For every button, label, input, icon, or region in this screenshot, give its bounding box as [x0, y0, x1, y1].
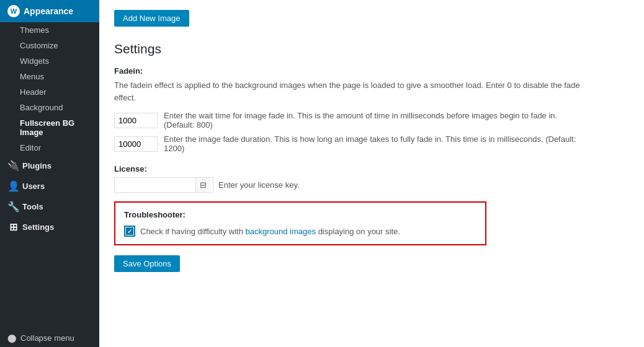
collapse-label: Collapse menu [20, 333, 74, 343]
sidebar-group-tools[interactable]: 🔧 Tools [0, 196, 99, 217]
settings-icon: ⊞ [7, 221, 19, 233]
fadein-wait-input[interactable] [114, 113, 158, 128]
troubleshooter-checkbox[interactable] [124, 226, 135, 237]
sidebar-group-tools-label: Tools [22, 202, 43, 211]
fadein-label: Fadein: [114, 66, 629, 76]
plugins-icon: 🔌 [7, 160, 19, 172]
sidebar-group-plugins-label: Plugins [22, 161, 51, 170]
license-label: License: [114, 164, 629, 174]
sidebar-header-label: Appearance [24, 6, 73, 16]
tools-icon: 🔧 [7, 201, 19, 213]
license-input-row: ⊟ Enter your license key. [114, 177, 629, 193]
fadein-wait-desc: Enter the wait time for image fade in. T… [164, 111, 586, 130]
sidebar-group-users-label: Users [22, 182, 45, 191]
sidebar-item-customize[interactable]: Customize [0, 38, 99, 53]
save-options-button[interactable]: Save Options [114, 255, 180, 272]
sidebar-item-editor[interactable]: Editor [0, 140, 99, 156]
fadein-duration-input[interactable] [114, 136, 158, 152]
checkbox-checkmark [126, 227, 133, 235]
sidebar-group-settings-label: Settings [22, 222, 54, 232]
fadein-duration-desc: Enter the image fade duration. This is h… [164, 134, 586, 153]
troubleshooter-title: Troubleshooter: [124, 210, 476, 219]
add-new-image-button[interactable]: Add New Image [114, 10, 189, 27]
main-content: Add New Image Settings Fadein: The fadei… [99, 0, 644, 347]
sidebar: W Appearance Themes Customize Widgets Me… [0, 0, 99, 347]
sidebar-item-themes[interactable]: Themes [0, 22, 99, 38]
wp-icon: W [7, 5, 20, 17]
license-section: License: ⊟ Enter your license key. [114, 164, 629, 193]
sidebar-group-plugins[interactable]: 🔌 Plugins [0, 156, 99, 176]
license-input-wrap: ⊟ [114, 177, 213, 193]
troubleshooter-check-text: Check if having difficulty with backgrou… [140, 227, 400, 236]
sidebar-item-background[interactable]: Background [0, 100, 99, 115]
fadein-input1-row: Enter the wait time for image fade in. T… [114, 111, 629, 130]
users-icon: 👤 [7, 180, 19, 192]
background-images-link[interactable]: background images [246, 227, 316, 236]
license-enter-text: Enter your license key. [218, 180, 300, 190]
sidebar-header[interactable]: W Appearance [0, 0, 99, 22]
collapse-icon: ⬤ [7, 333, 17, 343]
sidebar-item-fullscreen-bg-image[interactable]: Fullscreen BG Image [0, 115, 99, 140]
sidebar-item-widgets[interactable]: Widgets [0, 53, 99, 69]
fadein-description: The fadein effect is applied to the back… [114, 79, 598, 103]
license-key-input[interactable] [115, 178, 195, 192]
fadein-input2-row: Enter the image fade duration. This is h… [114, 134, 629, 153]
sidebar-group-settings[interactable]: ⊞ Settings [0, 217, 99, 237]
troubleshooter-box: Troubleshooter: Check if having difficul… [114, 201, 486, 245]
sidebar-item-menus[interactable]: Menus [0, 69, 99, 84]
troubleshooter-check-row: Check if having difficulty with backgrou… [124, 226, 476, 237]
sidebar-group-users[interactable]: 👤 Users [0, 176, 99, 196]
license-icon-button[interactable]: ⊟ [195, 178, 210, 192]
sidebar-item-header[interactable]: Header [0, 84, 99, 100]
collapse-menu-button[interactable]: ⬤ Collapse menu [0, 329, 99, 347]
settings-title: Settings [114, 42, 629, 56]
